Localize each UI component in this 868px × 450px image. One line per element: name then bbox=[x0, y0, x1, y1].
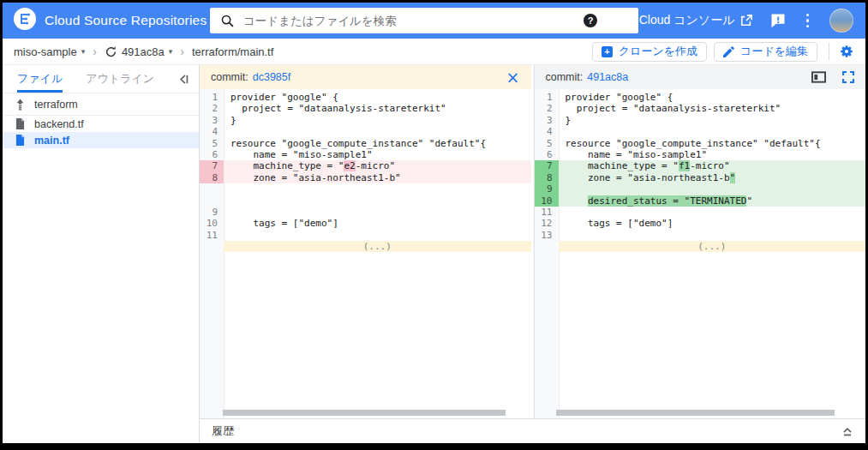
line-number: 1 bbox=[535, 92, 559, 103]
cloud-source-repositories-app: Cloud Source Repositories ? Cloud コンソール bbox=[3, 3, 865, 443]
history-bar[interactable]: 履歴 bbox=[200, 418, 865, 443]
code-text bbox=[224, 195, 531, 207]
commit-ref: 491ac8a bbox=[122, 45, 165, 58]
collapsed-lines-label: (...) bbox=[559, 241, 866, 252]
tree-item-terraform[interactable]: terraform bbox=[3, 93, 199, 116]
line-number: 4 bbox=[200, 126, 224, 137]
settings-gear-icon[interactable] bbox=[839, 44, 854, 59]
close-icon[interactable]: × bbox=[506, 69, 520, 86]
code-text: name = "miso-sample1" bbox=[559, 149, 866, 160]
code-line: 12 tags = ["demo"] bbox=[535, 218, 866, 229]
code-line: 9 bbox=[200, 207, 531, 218]
code-line: 7 machine_type = "e2-micro" bbox=[200, 160, 531, 171]
search-icon bbox=[220, 14, 235, 28]
code-line: 3} bbox=[200, 115, 531, 126]
collapsed-lines-row[interactable]: (...) bbox=[535, 241, 866, 252]
divider bbox=[829, 43, 829, 60]
repo-selector[interactable]: miso-sample ▾ bbox=[14, 45, 85, 58]
code-text bbox=[224, 126, 531, 137]
chevron-down-icon: ▾ bbox=[169, 47, 173, 56]
code-text bbox=[224, 230, 531, 241]
history-label: 履歴 bbox=[212, 423, 234, 439]
avatar[interactable] bbox=[829, 9, 853, 33]
code-text bbox=[559, 183, 866, 195]
code-text: provider "google" { bbox=[224, 92, 531, 103]
code-text bbox=[224, 207, 531, 218]
code-text: resource "google_compute_instance" "defa… bbox=[559, 138, 866, 149]
tab-files[interactable]: ファイル bbox=[17, 65, 63, 93]
code-text bbox=[559, 230, 866, 241]
collapse-panel-icon[interactable] bbox=[177, 65, 190, 93]
app-brand[interactable]: Cloud Source Repositories bbox=[3, 8, 210, 33]
code-text: desired_status = "TERMINATED" bbox=[559, 195, 866, 207]
line-number: 3 bbox=[200, 115, 224, 126]
file-tree: terraform backend.tf main.tf bbox=[3, 93, 199, 148]
tree-item-backend-tf[interactable]: backend.tf bbox=[3, 116, 199, 132]
create-clone-button[interactable]: + クローンを作成 bbox=[592, 42, 707, 62]
code-line: 2 project = "dataanalysis-stareterkit" bbox=[535, 103, 866, 114]
code-line: 8 zone = "asia-northeast1-b" bbox=[535, 172, 866, 183]
code-text: tags = ["demo"] bbox=[559, 218, 866, 229]
commit-label: commit: bbox=[211, 71, 248, 83]
line-number: 7 bbox=[535, 160, 559, 171]
pencil-icon bbox=[723, 46, 734, 57]
chevron-down-icon: ▾ bbox=[81, 47, 86, 56]
split-view-icon[interactable] bbox=[811, 71, 826, 83]
cloud-console-link[interactable]: Cloud コンソール bbox=[639, 13, 752, 28]
create-clone-label: クローンを作成 bbox=[619, 44, 697, 59]
code-text bbox=[559, 126, 866, 137]
code-text bbox=[559, 207, 866, 218]
search-input[interactable] bbox=[243, 15, 577, 27]
line-number: 2 bbox=[535, 103, 559, 114]
commit-selector[interactable]: 491ac8a ▾ bbox=[105, 45, 172, 58]
code-text: } bbox=[559, 115, 866, 126]
code-line: 10 desired_status = "TERMINATED" bbox=[535, 195, 866, 207]
inline-diff-token: desired_status = "TERMINATED bbox=[588, 195, 746, 207]
code-line: 2 project = "dataanalysis-stareterkit" bbox=[200, 103, 531, 114]
line-number bbox=[535, 241, 559, 252]
line-number: 6 bbox=[535, 149, 559, 160]
code-line: 4 bbox=[535, 126, 866, 137]
code-line: 4 bbox=[200, 126, 531, 137]
app-title: Cloud Source Repositories bbox=[45, 13, 207, 28]
code-text: machine_type = "e2-micro" bbox=[224, 160, 531, 171]
diff-panels: commit: dc3985f × 1provider "google" {2 … bbox=[200, 65, 865, 418]
more-options-icon[interactable] bbox=[804, 11, 812, 31]
line-number: 8 bbox=[200, 172, 224, 183]
top-bar-actions: Cloud コンソール bbox=[639, 9, 865, 33]
line-number: 10 bbox=[535, 195, 559, 207]
code-line: 5resource "google_compute_instance" "def… bbox=[200, 138, 531, 149]
tab-outline[interactable]: アウトライン bbox=[86, 65, 154, 93]
horizontal-scrollbar[interactable] bbox=[223, 410, 506, 416]
diff-filler-row bbox=[200, 183, 531, 195]
fullscreen-icon[interactable] bbox=[842, 71, 854, 83]
breadcrumb-separator-icon: › bbox=[180, 45, 184, 58]
code-text: resource "google_compute_instance" "defa… bbox=[224, 138, 531, 149]
old-commit-link[interactable]: dc3985f bbox=[253, 71, 290, 83]
feedback-icon[interactable] bbox=[770, 13, 786, 28]
code-line: 11 bbox=[535, 207, 866, 218]
commit-label: commit: bbox=[546, 71, 584, 83]
code-text: tags = ["demo"] bbox=[224, 218, 531, 229]
code-line: 5resource "google_compute_instance" "def… bbox=[535, 138, 866, 149]
search-bar: ? bbox=[210, 8, 638, 33]
diff-view: commit: dc3985f × 1provider "google" {2 … bbox=[200, 65, 865, 443]
line-number: 8 bbox=[535, 172, 559, 183]
line-number: 5 bbox=[200, 138, 224, 149]
tree-item-main-tf[interactable]: main.tf bbox=[3, 132, 199, 148]
collapsed-lines-row[interactable]: (...) bbox=[200, 241, 531, 252]
line-number: 5 bbox=[535, 138, 559, 149]
code-line: 10 tags = ["demo"] bbox=[200, 218, 531, 229]
inline-diff-token: " bbox=[730, 172, 736, 183]
expand-panel-icon[interactable] bbox=[841, 425, 853, 437]
diff-panel-new: commit: 491ac8a 1provider "google" {2 pr… bbox=[534, 65, 866, 418]
tree-item-label: backend.tf bbox=[34, 118, 84, 130]
edit-code-button[interactable]: コードを編集 bbox=[714, 42, 817, 62]
horizontal-scrollbar[interactable] bbox=[556, 410, 835, 416]
help-icon[interactable]: ? bbox=[584, 14, 597, 27]
diff-filler-row bbox=[200, 195, 531, 207]
new-commit-link[interactable]: 491ac8a bbox=[587, 71, 628, 83]
breadcrumb-actions: + クローンを作成 コードを編集 bbox=[592, 42, 854, 62]
line-number: 2 bbox=[200, 103, 224, 114]
code-line: 1provider "google" { bbox=[535, 92, 866, 103]
